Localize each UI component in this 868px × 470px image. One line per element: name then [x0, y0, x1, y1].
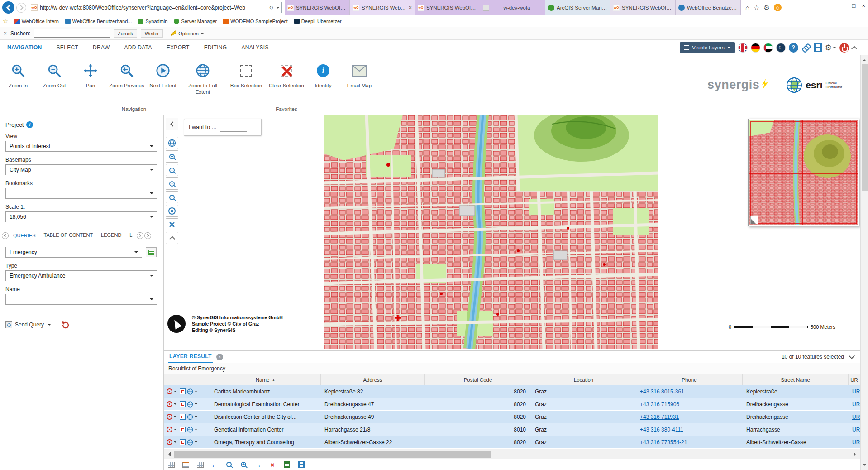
url-link[interactable]: UR — [852, 414, 860, 420]
i-want-to-box[interactable]: I want to ... — [184, 119, 262, 136]
globe-menu-caret-icon[interactable] — [195, 403, 197, 406]
column-header-name[interactable]: Name▲ — [210, 374, 321, 385]
feedback-smiley-icon[interactable]: ☺ — [774, 4, 782, 11]
view-select[interactable]: Points of Interest — [5, 141, 157, 152]
browser-forward-button[interactable] — [16, 3, 26, 13]
table-row[interactable]: Disinfection Center of the City of... Dr… — [164, 411, 860, 423]
favorite-item[interactable]: WebOffice Intern — [14, 19, 59, 24]
result-table-view-button[interactable] — [167, 460, 176, 469]
phone-link[interactable]: +43 316 711931 — [640, 414, 679, 420]
name-select[interactable] — [5, 294, 157, 305]
globe-menu-caret-icon[interactable] — [195, 391, 197, 393]
table-row[interactable]: Genetical Information Center Harrachgass… — [164, 423, 860, 436]
phone-link[interactable]: +43 316 715906 — [640, 401, 679, 408]
browser-tab[interactable]: wOSYNERGIS WebOffice Ad.. — [285, 0, 350, 15]
map-zoom-out-button[interactable]: − — [166, 164, 178, 176]
feature-menu-caret-icon[interactable] — [174, 441, 176, 444]
previous-page-button[interactable]: ← — [210, 460, 219, 469]
tab-close-icon[interactable]: × — [409, 5, 412, 11]
scroll-up-icon[interactable] — [863, 58, 866, 61]
zoom-results-button[interactable] — [224, 460, 234, 469]
url-link[interactable]: UR — [852, 439, 860, 446]
result-horizontal-scrollbar[interactable] — [164, 449, 860, 459]
column-header-address[interactable]: Address — [321, 374, 425, 385]
next-page-button[interactable]: → — [253, 460, 262, 469]
map-zoom-in-button[interactable]: + — [166, 150, 178, 163]
scroll-left-button[interactable] — [164, 449, 173, 459]
globe-icon[interactable] — [187, 388, 193, 395]
highlight-feature-icon[interactable] — [167, 388, 172, 394]
overview-map[interactable] — [748, 119, 859, 226]
layer-result-tab[interactable]: LAYER RESULT — [168, 351, 213, 363]
tab-table-of-content[interactable]: TABLE OF CONTENT — [40, 230, 97, 241]
tab-export[interactable]: EXPORT — [159, 40, 197, 55]
tab-legend[interactable]: LEGEND — [97, 230, 125, 241]
browser-tab[interactable]: WebOffice Benutzerhan... — [676, 0, 741, 15]
zoom-to-feature-icon[interactable] — [180, 414, 186, 420]
url-text[interactable]: http://w-dev-wofa:8080/WebOffice/synserv… — [40, 5, 269, 11]
zoom-to-feature-icon[interactable] — [180, 388, 186, 394]
address-bar[interactable]: wO http://w-dev-wofa:8080/WebOffice/syns… — [29, 2, 282, 13]
phone-link[interactable]: +43 316 380-4111 — [640, 427, 683, 433]
browser-tab[interactable]: w-dev-wofa — [480, 0, 545, 15]
attribute-table-button[interactable] — [181, 460, 190, 469]
zoom-to-feature-icon[interactable] — [180, 427, 186, 432]
tab-clipped[interactable]: L — [126, 230, 136, 241]
basemaps-select[interactable]: City Map — [5, 164, 157, 175]
close-button[interactable]: × — [862, 2, 865, 9]
map-stack-collapse-button[interactable] — [166, 232, 178, 244]
query-layer-icon-button[interactable] — [146, 247, 157, 257]
zoom-to-feature-icon[interactable] — [180, 439, 186, 445]
language-english-flag-icon[interactable] — [738, 43, 748, 53]
scroll-down-icon[interactable] — [863, 464, 866, 468]
zoom-previous-tool[interactable]: Zoom Previous — [109, 60, 145, 105]
dark-mode-moon-icon[interactable]: ☾ — [776, 43, 786, 53]
favorite-item[interactable]: DeepL Übersetzer — [294, 19, 342, 24]
add-favorite-star-icon[interactable]: ☆ — [3, 18, 8, 24]
minimize-button[interactable]: – — [842, 2, 845, 9]
map-area[interactable]: + − ▫ ‹ I want to ... — [164, 115, 860, 350]
zoom-results-plus-button[interactable]: + — [239, 460, 248, 469]
query-select[interactable]: Emergency — [5, 247, 142, 258]
feature-menu-caret-icon[interactable] — [174, 391, 176, 393]
column-header-phone[interactable]: Phone — [636, 374, 743, 385]
tab-add-data[interactable]: ADD DATA — [117, 40, 159, 55]
save-session-icon[interactable] — [814, 43, 822, 52]
scrollbar-thumb[interactable] — [174, 451, 491, 458]
map-center-button[interactable] — [166, 205, 178, 217]
i-want-to-input[interactable] — [220, 123, 247, 132]
zoom-full-extent-tool[interactable]: Zoom to Full Extent — [181, 60, 224, 105]
globe-menu-caret-icon[interactable] — [195, 441, 197, 444]
collapse-ribbon-icon[interactable] — [851, 46, 857, 52]
app-settings-button[interactable]: ⚙ — [825, 43, 836, 53]
column-header-postal-code[interactable]: Postal Code — [425, 374, 531, 385]
remove-selection-button[interactable]: × — [268, 460, 277, 469]
tab-select[interactable]: SELECT — [49, 40, 86, 55]
highlight-feature-icon[interactable] — [167, 414, 172, 420]
feature-menu-caret-icon[interactable] — [174, 429, 176, 432]
export-excel-button[interactable] — [282, 460, 291, 469]
browser-tab[interactable]: wOSYNERGIS WebOffice W... — [610, 0, 676, 15]
tabs-scroll-right-button[interactable] — [137, 232, 143, 239]
reset-query-undo-icon[interactable] — [61, 321, 69, 329]
send-query-caret-icon[interactable] — [48, 324, 51, 327]
layer-result-close-icon[interactable]: × — [216, 354, 223, 360]
highlight-feature-icon[interactable] — [167, 427, 172, 432]
globe-icon[interactable] — [187, 401, 193, 408]
scroll-right-button[interactable] — [851, 449, 860, 459]
home-icon[interactable]: ⌂ — [745, 4, 749, 11]
language-arabic-flag-icon[interactable] — [763, 43, 773, 53]
find-back-button[interactable]: Zurück — [114, 29, 137, 38]
tabs-overflow-button[interactable] — [144, 232, 151, 239]
box-selection-tool[interactable]: Box Selection — [224, 60, 268, 105]
visible-layers-button[interactable]: Visible Layers — [680, 42, 734, 53]
bookmarks-select[interactable] — [5, 188, 157, 199]
overview-toggle-button[interactable] — [750, 216, 758, 224]
zoom-in-tool[interactable]: Zoom In — [0, 60, 36, 105]
collapse-results-icon[interactable] — [849, 353, 855, 359]
phone-link[interactable]: +43 316 8015-361 — [640, 388, 684, 395]
find-options-button[interactable]: Optionen — [171, 31, 204, 36]
globe-icon[interactable] — [187, 439, 193, 446]
map-canvas[interactable] — [324, 115, 658, 349]
address-dropdown-caret[interactable] — [276, 7, 280, 10]
